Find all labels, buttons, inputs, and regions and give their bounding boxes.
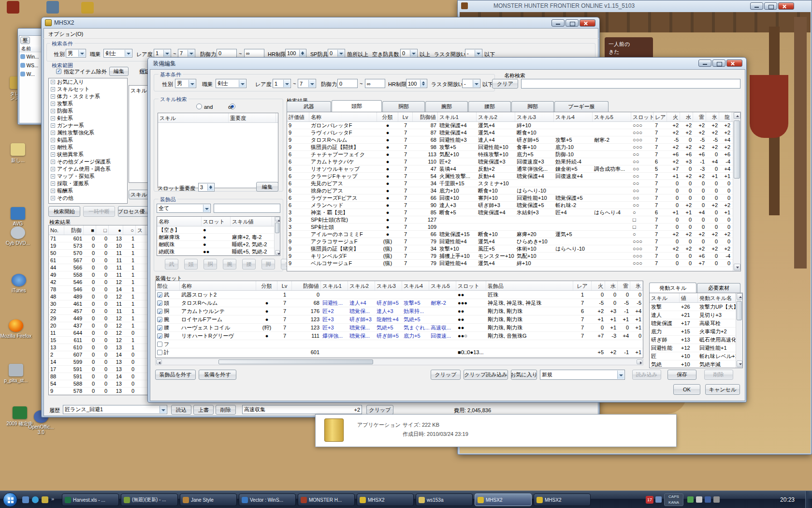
row-checkbox[interactable]	[157, 300, 162, 306]
ime-indicator[interactable]: CAPS KANA	[664, 493, 683, 506]
sex-select[interactable]: 男	[175, 79, 196, 88]
and-radio[interactable]	[196, 104, 202, 109]
chevron-down-icon[interactable]	[308, 80, 315, 87]
minimize-button[interactable]	[698, 60, 711, 67]
rare-from-select[interactable]: 1	[154, 49, 171, 58]
table-row[interactable]: 底力+15火事場力+2	[650, 328, 742, 336]
scroll-thumb[interactable]	[275, 223, 279, 233]
rare-to-select[interactable]: 7	[178, 49, 195, 58]
rasta-select[interactable]: -	[462, 79, 480, 88]
row-checkbox[interactable]	[157, 309, 162, 314]
table-row[interactable]: 9キリンベルダF(猟)779捕獲上手+10モンスター+10気配+10○○○700…	[287, 253, 740, 260]
file-list-item[interactable]: W...	[20, 72, 35, 77]
table-row[interactable]: 4848900121	[49, 293, 147, 300]
tree-item[interactable]: +耐性系	[49, 144, 127, 151]
expand-icon[interactable]: +	[51, 87, 55, 91]
part-button-weapon[interactable]: 武	[165, 259, 178, 269]
table-row[interactable]: 3アイルーのネコミミF●766聴覚保護+15断食+10麻痺+20運気+5○7+2…	[287, 231, 740, 238]
minimize-button[interactable]	[551, 19, 565, 27]
process-priority-button[interactable]: プロセス優...	[118, 206, 149, 217]
tree-item[interactable]: +体力・スタミナ系	[49, 93, 127, 100]
expand-icon[interactable]: +	[51, 174, 55, 179]
expand-icon[interactable]: +	[51, 160, 55, 164]
chevron-down-icon[interactable]	[188, 80, 195, 87]
tree-item[interactable]: +お気に入り	[49, 78, 127, 86]
table-row[interactable]: 1361000131	[49, 344, 147, 351]
tree-item[interactable]: +攻撃系	[49, 100, 127, 107]
desktop-shortcut-icon[interactable]	[7, 1, 19, 14]
table-row[interactable]: 957800130	[49, 388, 147, 395]
tab-waist[interactable]: 腰部	[468, 101, 511, 112]
taskbar-button[interactable]: ws153a	[416, 493, 473, 506]
chevron-down-icon[interactable]	[160, 406, 166, 413]
table-row[interactable]: 6アカムトサクパケ●7110匠+2聴覚保護+3回復速度+3効果持続-4○○6+2…	[287, 158, 740, 165]
tree-item[interactable]: +属性攻撃強化系	[49, 129, 127, 136]
scroll-down-icon[interactable]	[275, 250, 280, 255]
show-desktop-button[interactable]	[805, 491, 812, 508]
search-start-button[interactable]: 検索開始	[48, 206, 80, 217]
table-row[interactable]: 3SP剣士頭●7109□700000	[287, 224, 740, 231]
spinner-icon[interactable]	[207, 184, 214, 191]
name-search-input[interactable]	[521, 79, 740, 89]
tray-icon[interactable]	[696, 496, 702, 503]
taskbar-button[interactable]: Vector : WinS...	[239, 493, 296, 506]
expand-icon[interactable]: +	[51, 167, 55, 171]
scrollbar-vertical[interactable]	[733, 112, 740, 271]
clip-load-button[interactable]: クリップ読み込み	[464, 370, 508, 380]
skill-edit-button[interactable]: 編集	[256, 182, 278, 192]
table-row[interactable]: 6クラージFキャップ●754火属性攻撃...反動+4聴覚保護+4回復速度+4○○…	[287, 173, 740, 180]
maximize-button[interactable]	[712, 60, 725, 67]
part-button-head[interactable]: 頭	[184, 259, 198, 269]
table-row[interactable]: 頭タロスRヘルム●768回避性...達人+4研ぎ師+5攻撃+5耐寒-2●●●神足…	[156, 299, 643, 307]
taskbar-button-active[interactable]: MHSX2	[475, 493, 532, 506]
scroll-down-icon[interactable]	[734, 264, 740, 270]
delete-button[interactable]: 削除	[704, 370, 733, 380]
table-row[interactable]: 9猟団員の証【闘技】●798攻撃+5回避性能+10食事+10底力-10○○○7+…	[287, 144, 740, 151]
tree-item[interactable]: +その他	[49, 194, 127, 202]
table-row[interactable]: 5057000111	[49, 250, 147, 257]
desktop-shortcut-icon[interactable]	[46, 1, 59, 14]
spinner-icon[interactable]	[299, 50, 305, 57]
expand-icon[interactable]: +	[51, 116, 55, 120]
sp-armor-select[interactable]: 0	[328, 49, 345, 58]
chevron-down-icon[interactable]	[203, 205, 210, 212]
quick-launch-icon[interactable]	[32, 496, 39, 503]
table-row[interactable]: 達人+21見切り+3	[650, 311, 742, 319]
table-row[interactable]: 9アクラコサージュF(猟)779回避性能+4運気+4ひらめき+10○○○7000…	[287, 238, 740, 245]
organize-button[interactable]: 整	[20, 37, 30, 44]
tray-badge[interactable]: 17	[646, 496, 653, 504]
table-row[interactable]: 回避性能+12回避性能+1	[650, 344, 742, 352]
table-row[interactable]: 8859100140	[49, 373, 147, 380]
table-row[interactable]: 【空き】●	[157, 226, 280, 234]
clip-button[interactable]: クリップ	[431, 370, 461, 380]
table-row[interactable]: 6ラヴァーズFピアス●766回復+10審判+10回避性能+10聴覚保護+5○○7…	[287, 194, 740, 202]
expand-icon[interactable]: +	[51, 94, 55, 99]
table-row[interactable]: 6先見のピアス●734千里眼+15スタミナ+10○○700000	[287, 180, 740, 187]
taskbar-button[interactable]: Harvest.xls - ...	[62, 493, 119, 506]
table-row[interactable]: 2245700111	[49, 308, 147, 315]
table-row[interactable]: 4955800111	[49, 271, 147, 279]
chevron-down-icon[interactable]	[475, 50, 481, 57]
load-button[interactable]: 読み込み	[632, 370, 661, 380]
chevron-down-icon[interactable]	[239, 80, 246, 87]
scroll-up-icon[interactable]	[734, 112, 740, 119]
clock[interactable]: 20:23	[780, 496, 795, 503]
chevron-down-icon[interactable]	[125, 50, 131, 57]
rare-from-select[interactable]: 1	[273, 79, 291, 88]
row-checkbox[interactable]	[157, 333, 162, 339]
taskbar-button[interactable]: MHSX2	[534, 493, 591, 506]
menu-options[interactable]: オプション(O)	[48, 30, 83, 38]
tree-item[interactable]: +防御系	[49, 107, 127, 115]
tab-arms[interactable]: 腕部	[425, 101, 468, 112]
table-row[interactable]: 耐眠珠●睡眠+2, 気絶-2	[157, 241, 280, 248]
tree-item[interactable]: +その他ダメージ保護系	[49, 158, 127, 165]
row-checkbox[interactable]	[157, 342, 162, 347]
taskbar-button[interactable]: MHSX2	[357, 493, 414, 506]
table-row[interactable]: 脚リオハートRグリーヴ●7111爆弾強...聴覚保...研ぎ師+5底力+5回復速…	[156, 332, 643, 340]
quick-launch-icon[interactable]	[22, 496, 29, 503]
part-button-legs[interactable]: 脚	[261, 259, 275, 269]
tab-active-skills[interactable]: 発動スキル	[649, 283, 696, 293]
table-row[interactable]: 5458800130	[49, 380, 147, 388]
scroll-up-icon[interactable]	[275, 217, 280, 222]
table-row[interactable]: 武武器スロット210●●匠珠10000	[156, 291, 643, 299]
